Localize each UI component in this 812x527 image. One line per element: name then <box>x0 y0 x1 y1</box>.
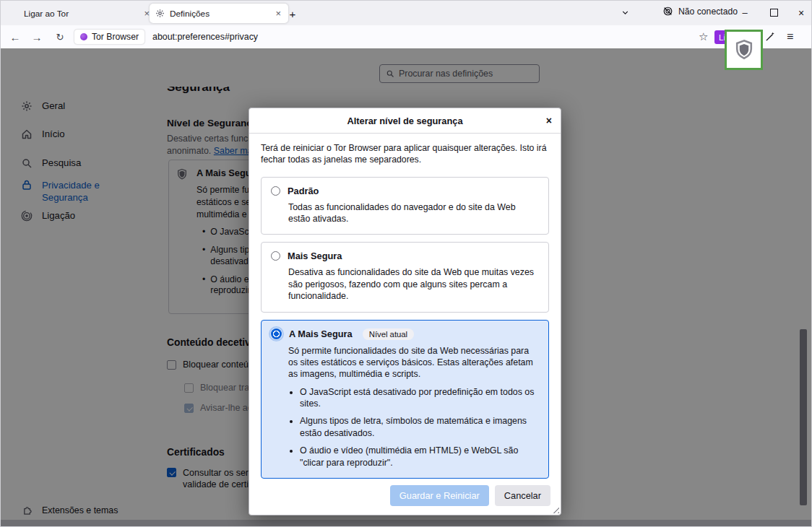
content-area: Procurar nas definições Geral Início Pe <box>1 48 811 526</box>
dialog-body: Terá de reiniciar o Tor Browser para apl… <box>249 134 561 479</box>
option-padrao[interactable]: Padrão Todas as funcionalidades do naveg… <box>261 177 549 235</box>
url-text[interactable]: about:preferences#privacy <box>152 25 258 48</box>
option-desc: Todas as funcionalidades do navegador e … <box>288 201 539 225</box>
option-row: Mais Segura <box>271 251 539 261</box>
site-info-label: Tor Browser <box>92 32 139 42</box>
current-level-badge: Nível atual <box>363 328 414 340</box>
cancel-button[interactable]: Cancelar <box>495 485 550 506</box>
radio-icon[interactable] <box>271 251 280 261</box>
back-icon[interactable]: ← <box>7 25 24 48</box>
gear-icon <box>155 9 165 18</box>
security-level-dialog: Alterar nível de segurança × Terá de rei… <box>249 108 561 515</box>
forward-icon[interactable]: → <box>28 25 46 48</box>
radio-icon-selected[interactable] <box>271 328 282 339</box>
option-mais-segura[interactable]: Mais Segura Desativa as funcionalidades … <box>261 242 549 312</box>
option-label: A Mais Segura <box>289 328 353 339</box>
navigation-toolbar: ← → ↻ Tor Browser about:preferences#priv… <box>1 25 811 49</box>
dialog-intro-text: Terá de reiniciar o Tor Browser para apl… <box>261 142 549 166</box>
radio-icon[interactable] <box>271 186 280 196</box>
new-identity-icon[interactable] <box>765 31 776 42</box>
option-row: Padrão <box>271 186 539 196</box>
scrollbar-thumb[interactable] <box>800 329 807 505</box>
tab-strip: Ligar ao Tor × Definições × + Não conect… <box>1 1 811 25</box>
window-close-button[interactable]: × <box>788 1 812 25</box>
annotation-highlight <box>725 30 763 70</box>
bullet-item: O áudio e vídeo (multimédia em HTML5) e … <box>300 445 539 469</box>
save-restart-button[interactable]: Guardar e Reiniciar <box>390 485 489 506</box>
window-bottom-edge <box>1 520 811 526</box>
minimize-button[interactable]: – <box>732 1 758 25</box>
site-info-button[interactable]: Tor Browser <box>74 30 144 44</box>
dialog-title: Alterar nível de segurança <box>347 116 462 126</box>
maximize-icon <box>770 9 778 17</box>
bullet-item: O JavaScript está desativado por predefi… <box>300 386 539 410</box>
resize-handle[interactable] <box>551 505 559 513</box>
option-label: Mais Segura <box>288 251 342 261</box>
option-a-mais-segura[interactable]: A Mais Segura Nível atual Só permite fun… <box>261 320 549 479</box>
connection-status[interactable]: Não conectado <box>662 6 738 17</box>
security-level-shield-button[interactable] <box>734 39 754 61</box>
bullet-item: Alguns tipos de letra, símbolos de matem… <box>300 415 539 439</box>
tab-label: Definições <box>170 9 269 19</box>
maximize-button[interactable] <box>761 1 787 25</box>
not-connected-icon <box>662 6 673 17</box>
reload-icon[interactable]: ↻ <box>51 25 69 48</box>
tor-logo-icon <box>80 33 87 40</box>
dialog-header: Alterar nível de segurança × <box>249 108 561 134</box>
close-icon[interactable]: × <box>546 108 552 133</box>
menu-icon[interactable]: ≡ <box>787 25 793 48</box>
option-row: A Mais Segura Nível atual <box>271 328 539 340</box>
option-label: Padrão <box>288 186 319 196</box>
chevron-down-icon[interactable] <box>621 8 630 17</box>
browser-window: Ligar ao Tor × Definições × + Não conect… <box>0 0 812 527</box>
close-icon[interactable]: × <box>274 8 282 19</box>
new-tab-button[interactable]: + <box>284 5 301 22</box>
connection-status-label: Não conectado <box>678 6 738 17</box>
option-desc: Só permite funcionalidades do site da We… <box>288 345 539 380</box>
option-desc: Desativa as funcionalidades do site da W… <box>288 266 539 302</box>
tab-label: Ligar ao Tor <box>24 9 137 19</box>
tab-definicoes[interactable]: Definições × <box>150 4 288 23</box>
tab-ligar-ao-tor[interactable]: Ligar ao Tor × <box>18 4 157 23</box>
dialog-footer: Guardar e Reiniciar Cancelar <box>390 485 550 506</box>
option-bullets: O JavaScript está desativado por predefi… <box>288 386 539 469</box>
bookmark-star-icon[interactable]: ☆ <box>699 25 708 48</box>
